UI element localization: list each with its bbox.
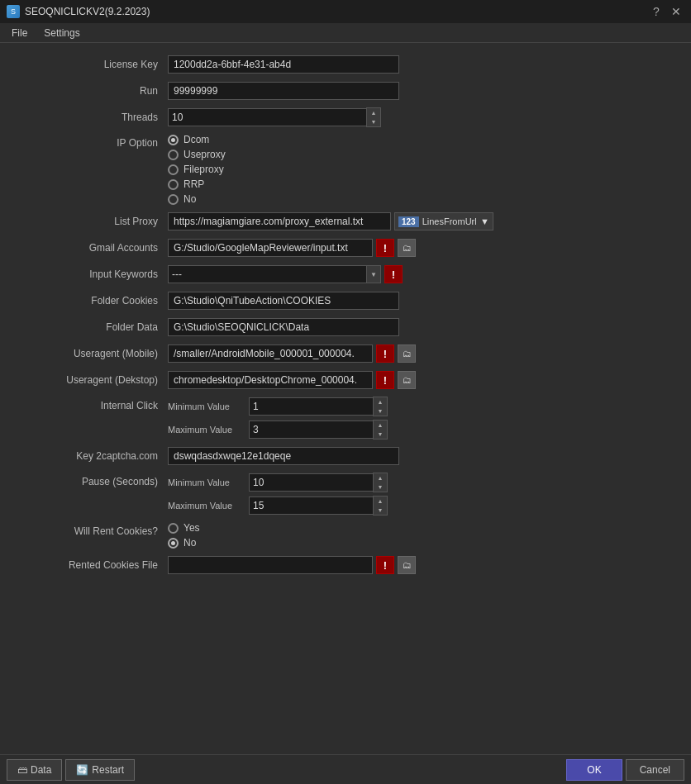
desktop-folder-button[interactable]: 🗂 [398,371,416,389]
proxy-dropdown-arrow: ▼ [480,216,489,226]
list-proxy-input[interactable] [168,212,391,230]
threads-down-arrow[interactable]: ▼ [367,117,380,126]
run-label: Run [7,85,168,97]
footer: 🗃 Data 🔄 Restart OK Cancel [0,754,691,784]
internal-min-up[interactable]: ▲ [374,397,387,406]
will-rent-label: Will Rent Cookies? [7,522,168,537]
pause-min-label: Minimum Value [168,478,242,487]
rented-cookies-input[interactable] [168,556,373,574]
radio-dcom-circle [168,135,179,145]
radio-useproxy-circle [168,150,179,160]
internal-min-input[interactable] [249,397,373,416]
rent-yes-item[interactable]: Yes [168,522,200,534]
pause-max-up[interactable]: ▲ [374,497,387,506]
rented-folder-button[interactable]: 🗂 [398,556,416,574]
internal-click-label: Internal Click [7,397,168,411]
threads-input[interactable] [168,108,366,126]
internal-max-up[interactable]: ▲ [374,421,387,430]
folder-data-label: Folder Data [7,321,168,333]
run-row: Run [0,79,691,102]
internal-min-arrows: ▲ ▼ [373,397,388,416]
gmail-accounts-input[interactable] [168,239,373,257]
radio-rrp-label: RRP [183,178,204,190]
license-key-input[interactable] [168,55,399,74]
ip-option-label: IP Option [7,134,168,149]
will-rent-row: Will Rent Cookies? Yes No [0,520,691,550]
cancel-button[interactable]: Cancel [626,759,684,781]
ok-button[interactable]: OK [566,759,622,781]
pause-min-input[interactable] [249,473,373,492]
key-2captcha-area [168,447,684,465]
rent-no-circle [168,538,179,549]
internal-min-label: Minimum Value [168,402,242,411]
folder-cookies-row: Folder Cookies [0,289,691,312]
rent-no-label: No [183,537,196,549]
radio-dcom[interactable]: Dcom [168,134,226,145]
data-button[interactable]: 🗃 Data [7,759,62,781]
pause-max-arrows: ▲ ▼ [373,496,388,516]
internal-max-input[interactable] [249,421,373,439]
pause-min-up[interactable]: ▲ [374,473,387,482]
key-2captcha-row: Key 2captcha.com [0,444,691,468]
data-icon: 🗃 [17,764,27,776]
keywords-dropdown-arrow[interactable]: ▼ [366,265,381,283]
useragent-desktop-label: Useragent (Dekstop) [7,374,168,386]
input-keywords-row: Input Keywords --- ▼ ! [0,263,691,286]
license-key-area [168,55,684,74]
gmail-accounts-row: Gmail Accounts ! 🗂 [0,236,691,259]
keywords-select[interactable]: --- [168,265,366,283]
key-2captcha-input[interactable] [168,447,399,465]
gmail-exclamation-button[interactable]: ! [376,239,394,257]
radio-rrp[interactable]: RRP [168,178,226,190]
pause-max-spinbox: ▲ ▼ [249,496,388,516]
radio-useproxy[interactable]: Useproxy [168,149,226,160]
mobile-exclamation-button[interactable]: ! [376,344,394,363]
title-bar-left: S SEOQNICLICKV2(9.2.2023) [7,5,150,18]
desktop-exclamation-button[interactable]: ! [376,371,394,389]
close-button[interactable]: ✕ [668,3,684,20]
threads-row: Threads ▲ ▼ [0,106,691,129]
pause-min-spinbox: ▲ ▼ [249,473,388,492]
folder-cookies-input[interactable] [168,292,399,310]
help-button[interactable]: ? [648,3,665,20]
rented-cookies-area: ! 🗂 [168,556,684,574]
useragent-mobile-input[interactable] [168,344,373,363]
ip-option-row: IP Option Dcom Useproxy Fileproxy RRP No [0,132,691,207]
internal-max-row: Maximum Value ▲ ▼ [168,420,388,440]
pause-min-down[interactable]: ▼ [374,482,387,492]
internal-click-group: Minimum Value ▲ ▼ Maximum Value ▲ ▼ [168,397,388,440]
input-keywords-area: --- ▼ ! [168,265,684,283]
radio-no[interactable]: No [168,193,226,205]
menu-settings[interactable]: Settings [36,26,88,40]
rent-no-item[interactable]: No [168,537,200,549]
restart-button-label: Restart [92,764,124,776]
data-button-label: Data [31,764,51,776]
useragent-desktop-input[interactable] [168,371,373,389]
gmail-accounts-label: Gmail Accounts [7,242,168,254]
useragent-mobile-label: Useragent (Mobile) [7,348,168,359]
run-input[interactable] [168,82,399,100]
folder-data-area [168,318,684,336]
internal-min-down[interactable]: ▼ [374,406,387,416]
internal-max-down[interactable]: ▼ [374,430,387,439]
pause-max-input[interactable] [249,497,373,515]
threads-label: Threads [7,112,168,123]
app-title: SEOQNICLICKV2(9.2.2023) [25,6,150,17]
threads-up-arrow[interactable]: ▲ [367,108,380,117]
gmail-folder-button[interactable]: 🗂 [398,239,416,257]
internal-max-arrows: ▲ ▼ [373,420,388,440]
radio-fileproxy-label: Fileproxy [183,164,224,175]
rented-exclamation-button[interactable]: ! [376,556,394,574]
menu-file[interactable]: File [3,26,36,40]
folder-data-input[interactable] [168,318,399,336]
radio-fileproxy[interactable]: Fileproxy [168,164,226,175]
footer-right: OK Cancel [566,759,684,781]
radio-useproxy-label: Useproxy [183,149,226,160]
title-buttons: ? ✕ [648,3,684,20]
keywords-exclamation-button[interactable]: ! [384,265,403,283]
restart-button[interactable]: 🔄 Restart [65,759,135,781]
pause-max-down[interactable]: ▼ [374,506,387,515]
menu-bar: File Settings [0,23,691,43]
lines-from-url-dropdown[interactable]: 123 LinesFromUrl ▼ [394,212,493,230]
mobile-folder-button[interactable]: 🗂 [398,344,416,363]
